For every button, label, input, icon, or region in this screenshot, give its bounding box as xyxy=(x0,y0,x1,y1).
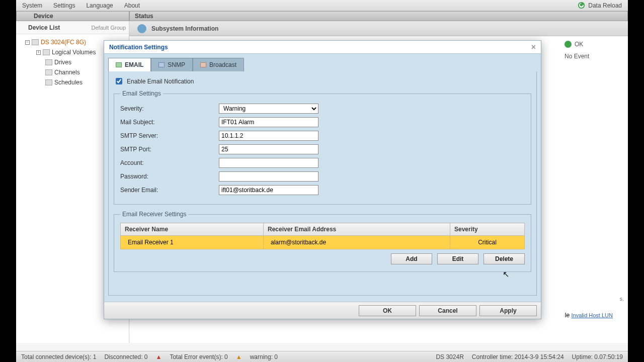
subsystem-header: Subsystem Information xyxy=(129,21,628,36)
invalid-lun-link[interactable]: le Invalid Host LUN xyxy=(565,312,613,319)
collapse-icon[interactable]: − xyxy=(25,40,30,45)
reload-icon xyxy=(578,2,585,9)
dialog-title: Notification Settings × xyxy=(104,41,541,54)
cell-email: alarm@storitback.de xyxy=(264,236,450,249)
col-device: Device xyxy=(16,11,129,21)
notification-settings-dialog: Notification Settings × EMAIL SNMP Broad… xyxy=(104,40,541,319)
tab-broadcast[interactable]: Broadcast xyxy=(193,58,244,71)
status-warning: warning: 0 xyxy=(250,353,278,360)
error-icon: ▲ xyxy=(155,353,162,360)
email-icon xyxy=(116,62,122,67)
smtp-server-input[interactable] xyxy=(219,131,318,141)
email-settings-legend: Email Settings xyxy=(120,90,163,97)
menu-language[interactable]: Language xyxy=(86,2,113,9)
data-reload-button[interactable]: Data Reload xyxy=(578,2,622,9)
cell-severity: Critical xyxy=(450,236,525,249)
col-status: Status xyxy=(129,11,628,21)
cancel-button[interactable]: Cancel xyxy=(419,305,476,316)
schedules-icon xyxy=(45,79,52,85)
status-disconnected: Disconnected: 0 xyxy=(104,353,147,360)
sender-email-input[interactable] xyxy=(219,185,318,195)
channels-icon xyxy=(45,69,52,75)
status-uptime: Uptime: 0.07:50:19 xyxy=(572,353,623,360)
side-status: OK No Event xyxy=(565,38,625,62)
table-row[interactable]: Email Receiver 1 alarm@storitback.de Cri… xyxy=(121,236,525,249)
default-group-label: Default Group xyxy=(92,25,126,31)
email-receiver-group: Email Receiver Settings Receiver Name Re… xyxy=(114,211,531,272)
smtp-label: SMTP Server: xyxy=(120,132,219,139)
account-input[interactable] xyxy=(219,158,318,168)
drives-icon xyxy=(45,59,52,65)
sender-label: Sender Email: xyxy=(120,187,219,194)
column-headers: Device Status xyxy=(16,11,628,21)
enable-email-checkbox[interactable] xyxy=(116,78,122,84)
menu-about[interactable]: About xyxy=(124,2,140,9)
info-icon xyxy=(137,24,146,33)
password-input[interactable] xyxy=(219,171,318,182)
tabbar: EMAIL SNMP Broadcast xyxy=(108,58,537,71)
status-model: DS 3024R xyxy=(436,353,463,360)
smtp-port-input[interactable] xyxy=(219,144,318,154)
statusbar: Total connected device(s): 1 Disconnecte… xyxy=(16,351,628,362)
status-controller-time: Controller time: 2014-3-9 15:54:24 xyxy=(472,353,564,360)
subject-label: Mail Subject: xyxy=(120,119,219,126)
warning-icon: ▲ xyxy=(236,353,242,360)
col-receiver-email: Receiver Email Address xyxy=(264,223,450,236)
menu-settings[interactable]: Settings xyxy=(53,2,75,9)
ok-icon xyxy=(565,41,572,48)
delete-button[interactable]: Delete xyxy=(484,253,525,264)
expand-icon[interactable]: + xyxy=(36,50,41,55)
snmp-icon xyxy=(158,62,165,67)
tab-snmp[interactable]: SNMP xyxy=(151,58,193,71)
close-icon[interactable]: × xyxy=(531,43,536,52)
device-list-header: Device List Default Group xyxy=(16,21,129,34)
mail-subject-input[interactable] xyxy=(219,117,318,127)
note-tail: s. xyxy=(619,296,624,302)
email-receiver-legend: Email Receiver Settings xyxy=(120,211,188,218)
dialog-footer: OK Cancel Apply xyxy=(104,302,541,319)
folder-icon xyxy=(43,49,50,55)
col-receiver-name: Receiver Name xyxy=(121,223,264,236)
port-label: SMTP Port: xyxy=(120,146,219,153)
receiver-table: Receiver Name Receiver Email Address Sev… xyxy=(120,223,525,249)
account-label: Account: xyxy=(120,159,219,166)
severity-label: Severity: xyxy=(120,105,219,112)
email-settings-group: Email Settings Severity: Warning Mail Su… xyxy=(114,90,531,205)
device-icon xyxy=(32,39,39,45)
edit-button[interactable]: Edit xyxy=(437,253,478,264)
menu-system[interactable]: System xyxy=(22,2,42,9)
status-error: Total Error event(s): 0 xyxy=(170,353,227,360)
menubar: System Settings Language About Data Relo… xyxy=(16,0,628,11)
password-label: Password: xyxy=(120,173,219,180)
col-receiver-severity: Severity xyxy=(450,223,525,236)
severity-select[interactable]: Warning xyxy=(219,104,318,114)
ok-button[interactable]: OK xyxy=(359,305,416,316)
cell-name: Email Receiver 1 xyxy=(121,236,264,249)
status-connected: Total connected device(s): 1 xyxy=(21,353,96,360)
data-reload-label: Data Reload xyxy=(588,2,622,9)
tab-email[interactable]: EMAIL xyxy=(108,58,151,71)
enable-email-label: Enable Email Notification xyxy=(127,78,194,85)
apply-button[interactable]: Apply xyxy=(479,305,537,316)
add-button[interactable]: Add xyxy=(391,253,432,264)
broadcast-icon xyxy=(200,62,206,67)
